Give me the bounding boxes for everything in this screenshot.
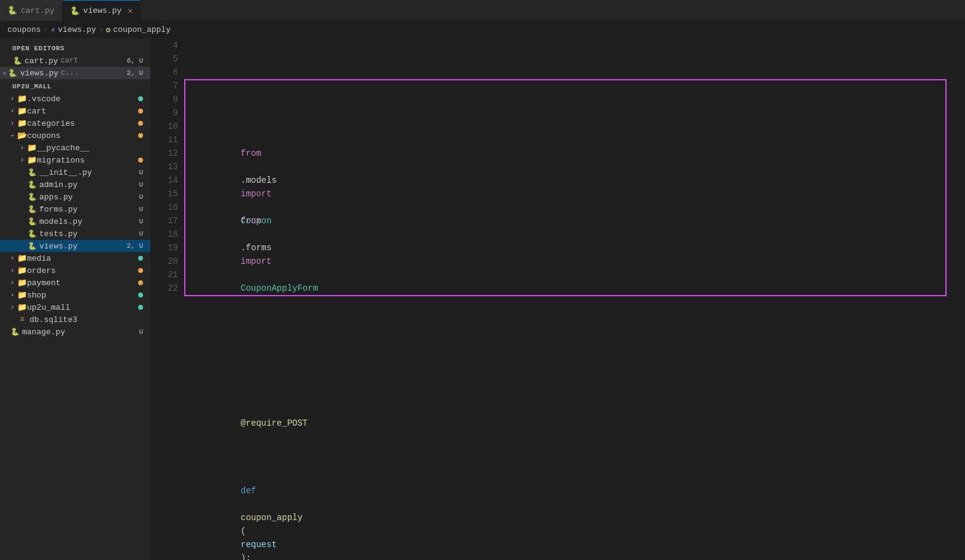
space bbox=[241, 229, 246, 239]
sidebar-item-migrations[interactable]: › 📁 migrations bbox=[0, 154, 150, 166]
sidebar-item-payment[interactable]: › 📁 payment bbox=[0, 277, 150, 289]
sidebar-item-orders[interactable]: › 📁 orders bbox=[0, 264, 150, 277]
dot-icon bbox=[138, 121, 143, 126]
breadcrumb-file-icon: ⚡ bbox=[50, 25, 55, 35]
up2u-mall-label: up2u_mall bbox=[27, 303, 70, 312]
code-line-6 bbox=[189, 268, 965, 282]
breadcrumb-coupons[interactable]: coupons bbox=[7, 25, 41, 34]
folder-icon: 📁 bbox=[27, 143, 37, 153]
code-line-8: @require_POST bbox=[189, 403, 965, 416]
py-icon: 🐍 bbox=[27, 167, 37, 177]
sidebar-open-cart-py[interactable]: 🐍 cart.py cart 6, U bbox=[0, 55, 150, 67]
space bbox=[241, 499, 246, 509]
sidebar-item-categories[interactable]: › 📁 categories bbox=[0, 117, 150, 129]
admin-label: admin.py bbox=[39, 180, 77, 190]
line-num-12: 12 bbox=[150, 147, 178, 160]
folder-icon: 📁 bbox=[17, 253, 27, 263]
sidebar-item-apps[interactable]: 🐍 apps.py U bbox=[0, 191, 150, 203]
arrow-icon: › bbox=[17, 144, 27, 152]
highlight-region bbox=[184, 79, 947, 296]
sidebar-item-vscode[interactable]: › 📁 .vscode bbox=[0, 93, 150, 105]
space bbox=[241, 162, 246, 172]
sidebar-item-forms[interactable]: 🐍 forms.py U bbox=[0, 203, 150, 215]
views-sidebar-label: views.py bbox=[39, 242, 77, 251]
sidebar-item-media[interactable]: › 📁 media bbox=[0, 252, 150, 264]
breadcrumb: coupons › ⚡ views.py › ⚙ coupon_apply bbox=[0, 21, 965, 39]
arrow-icon: › bbox=[17, 156, 27, 164]
open-editors-title: OPEN EDITORS bbox=[0, 41, 150, 55]
tab-cart-py[interactable]: 🐍 cart.py bbox=[0, 0, 63, 21]
sidebar-item-pycache[interactable]: › 📁 __pycache__ bbox=[0, 142, 150, 154]
kw-from2: from bbox=[241, 216, 262, 226]
py-icon: 🐍 bbox=[27, 204, 37, 214]
dot-icon bbox=[138, 109, 143, 113]
models-badge: U bbox=[139, 218, 143, 225]
cart-py-name: cart.py bbox=[25, 56, 58, 66]
arrow-icon: › bbox=[7, 255, 17, 262]
arrow-icon: › bbox=[7, 291, 17, 299]
shop-label: shop bbox=[27, 291, 46, 300]
close-x-icon[interactable]: ✕ bbox=[2, 69, 7, 77]
line-num-19: 19 bbox=[150, 241, 178, 255]
sidebar-item-cart[interactable]: › 📁 cart bbox=[0, 105, 150, 117]
sidebar-item-init[interactable]: 🐍 __init__.py U bbox=[0, 166, 150, 178]
sidebar-item-coupons[interactable]: › 📂 coupons bbox=[0, 129, 150, 142]
py-icon: 🐍 bbox=[27, 192, 37, 202]
folder-icon: 📁 bbox=[17, 290, 27, 300]
line-num-22: 22 bbox=[150, 282, 178, 295]
coupons-label: coupons bbox=[27, 131, 61, 140]
cart-py-file-icon: 🐍 bbox=[12, 56, 22, 66]
sidebar-item-models[interactable]: 🐍 models.py U bbox=[0, 215, 150, 228]
code-content: from .models import Coupon from .forms i… bbox=[184, 39, 965, 560]
arrow-icon: › bbox=[7, 107, 17, 115]
fn-coupon-apply: coupon_apply bbox=[241, 513, 303, 523]
payment-label: payment bbox=[27, 278, 61, 288]
sidebar-item-db[interactable]: ≡ db.sqlite3 bbox=[0, 313, 150, 326]
views-py-icon: 🐍 bbox=[70, 6, 80, 16]
arrow-icon: › bbox=[7, 267, 17, 274]
line-num-15: 15 bbox=[150, 187, 178, 201]
manage-label: manage.py bbox=[22, 328, 65, 337]
line-num-21: 21 bbox=[150, 268, 178, 282]
sidebar-item-views[interactable]: 🐍 views.py 2, U bbox=[0, 240, 150, 252]
models-label: models.py bbox=[39, 217, 82, 226]
sidebar-open-views-py[interactable]: ✕ 🐍 views.py c... 2, U bbox=[0, 67, 150, 79]
class-couponapplyform: CouponApplyForm bbox=[241, 283, 318, 293]
breadcrumb-views-py[interactable]: views.py bbox=[58, 25, 96, 34]
init-label: __init__.py bbox=[39, 168, 92, 177]
close-icon[interactable]: ✕ bbox=[128, 6, 133, 16]
tab-views-py[interactable]: 🐍 views.py ✕ bbox=[63, 0, 141, 21]
cart-badge: 6, U bbox=[127, 57, 143, 64]
line-num-11: 11 bbox=[150, 133, 178, 147]
indent10 bbox=[241, 553, 262, 560]
code-container: 4 5 6 7 8 9 10 11 12 13 14 15 16 17 18 1… bbox=[150, 39, 965, 560]
folder-icon: 📁 bbox=[17, 302, 27, 312]
vscode-label: .vscode bbox=[27, 94, 61, 104]
folder-icon: 📁 bbox=[17, 106, 27, 116]
sidebar-item-manage[interactable]: 🐍 manage.py U bbox=[0, 326, 150, 338]
init-badge: U bbox=[139, 169, 143, 176]
tab-views-py-label: views.py bbox=[83, 6, 122, 15]
code-line-9: def coupon_apply ( request ): bbox=[189, 470, 965, 484]
forms-label: forms.py bbox=[39, 205, 77, 214]
tab-bar: 🐍 cart.py 🐍 views.py ✕ bbox=[0, 0, 965, 21]
line-num-8: 8 bbox=[150, 93, 178, 106]
line-num-4: 4 bbox=[150, 39, 178, 52]
editor-area[interactable]: 4 5 6 7 8 9 10 11 12 13 14 15 16 17 18 1… bbox=[150, 39, 965, 560]
sidebar-item-tests[interactable]: 🐍 tests.py U bbox=[0, 228, 150, 240]
sidebar-item-admin[interactable]: 🐍 admin.py U bbox=[0, 178, 150, 191]
breadcrumb-function[interactable]: coupon_apply bbox=[113, 25, 171, 34]
views-label: c... bbox=[61, 69, 79, 77]
line-num-20: 20 bbox=[150, 255, 178, 268]
tests-badge: U bbox=[139, 230, 143, 237]
dot-icon bbox=[138, 305, 143, 310]
sidebar: OPEN EDITORS 🐍 cart.py cart 6, U ✕ 🐍 vie… bbox=[0, 39, 150, 560]
py-mod-icon: 🐍 bbox=[27, 241, 37, 251]
folder-icon: 📁 bbox=[17, 118, 27, 128]
code-line-7 bbox=[189, 336, 965, 349]
dot-icon bbox=[138, 158, 143, 163]
forms-badge: U bbox=[139, 205, 143, 213]
sidebar-item-shop[interactable]: › 📁 shop bbox=[0, 289, 150, 301]
kw-import: import bbox=[241, 189, 271, 199]
sidebar-item-up2u-mall[interactable]: › 📁 up2u_mall bbox=[0, 301, 150, 313]
